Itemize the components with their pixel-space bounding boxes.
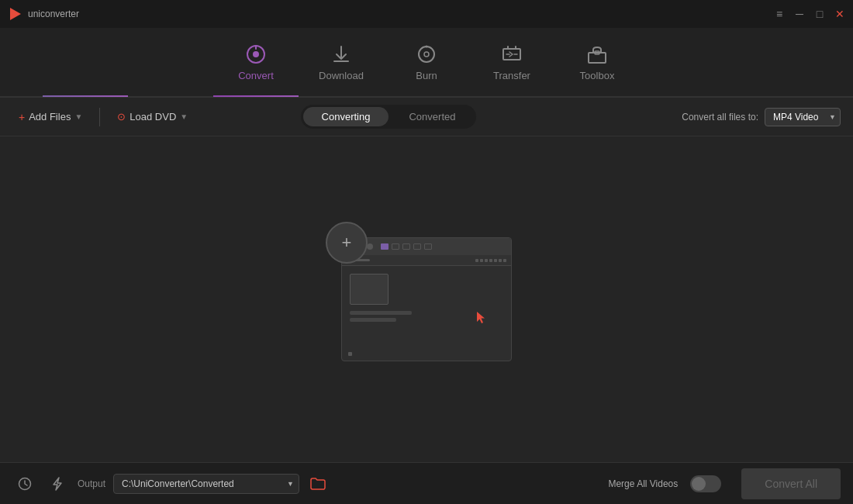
title-bar-controls: ≡ ─ □ ✕ [774,9,845,19]
title-bar-left: uniconverter [8,6,79,22]
nav-item-download[interactable]: Download [299,27,384,97]
boost-button[interactable] [45,471,70,496]
window-tab-2 [402,243,410,250]
window-tab-3 [413,243,421,250]
app-name: uniconverter [28,9,79,19]
strip-dot-5 [494,259,497,262]
svg-point-4 [424,52,429,57]
close-button[interactable]: ✕ [834,9,845,19]
strip-dot-6 [499,259,502,262]
window-max-dot [367,243,373,250]
load-dvd-dropdown-icon: ▼ [180,112,188,121]
nav-label-transfer: Transfer [493,70,530,81]
output-label: Output [78,478,105,489]
strip-dot-4 [489,259,492,262]
tab-converting[interactable]: Converting [303,107,389,126]
format-select[interactable]: MP4 Video MOV Video AVI Video MKV Video … [765,108,841,126]
nav-label-download: Download [319,70,364,81]
load-dvd-icon: ⊙ [117,111,126,123]
nav-label-convert: Convert [238,70,274,81]
burn-icon [416,43,437,65]
toolbar: + Add Files ▼ ⊙ Load DVD ▼ Converting Co… [0,98,853,136]
maximize-button[interactable]: □ [814,9,825,19]
text-line-1 [350,311,412,315]
nav-item-burn[interactable]: Burn [384,27,469,97]
tab-group: Converting Converted [301,105,477,129]
app-logo [8,6,23,22]
load-dvd-label: Load DVD [130,111,176,123]
output-path-select[interactable]: C:\UniConverter\Converted [113,474,299,494]
svg-point-5 [426,45,428,47]
toolbar-divider-1 [99,108,100,126]
strip-dot-3 [485,259,488,262]
text-line-2 [350,318,396,322]
history-button[interactable] [12,471,37,496]
tab-converted[interactable]: Converted [390,107,474,126]
bottom-bar: Output C:\UniConverter\Converted Merge A… [0,462,853,504]
top-nav: Convert Download Burn [0,28,853,98]
window-tab-4 [424,243,432,250]
transfer-icon [501,43,523,65]
main-content: + [0,136,853,462]
window-mockup [341,237,512,361]
nav-label-toolbox: Toolbox [580,70,615,81]
strip-dot-2 [480,259,483,262]
download-icon [330,43,352,65]
merge-all-videos-toggle[interactable] [690,475,721,492]
nav-item-convert[interactable]: Convert [213,27,299,97]
title-bar: uniconverter ≡ ─ □ ✕ [0,0,853,28]
svg-point-3 [419,47,434,62]
window-preview [350,274,389,305]
add-files-label: Add Files [29,111,71,123]
load-dvd-button[interactable]: ⊙ Load DVD ▼ [111,107,194,126]
window-tab-1 [392,243,399,250]
drop-illustration[interactable]: + [341,237,512,361]
format-select-wrapper: MP4 Video MOV Video AVI Video MKV Video … [765,108,841,126]
add-files-button[interactable]: + Add Files ▼ [12,107,88,127]
nav-label-burn: Burn [416,70,437,81]
convert-all-to: Convert all files to: MP4 Video MOV Vide… [682,108,841,126]
merge-all-videos-label: Merge All Videos [608,478,678,489]
add-files-dropdown-icon: ▼ [74,112,82,121]
nav-active-indicator [43,95,128,97]
open-folder-button[interactable] [307,473,329,495]
plus-icon: + [342,233,352,253]
window-strip [342,255,511,266]
nav-item-toolbox[interactable]: Toolbox [554,27,640,97]
strip-dots [475,259,506,262]
strip-dot-7 [503,259,506,262]
nav-item-transfer[interactable]: Transfer [469,27,554,97]
window-bottom-dot [348,352,352,356]
toolbox-icon [586,43,608,65]
window-tab-active [381,243,389,250]
svg-point-2 [253,51,259,57]
cursor-icon [475,310,488,330]
add-files-icon: + [19,111,25,123]
minimize-button[interactable]: ─ [794,9,805,19]
convert-all-to-label: Convert all files to: [682,112,758,123]
convert-all-button[interactable]: Convert All [741,468,841,499]
convert-icon [245,43,267,65]
menu-button[interactable]: ≡ [774,9,785,19]
output-path-wrapper: C:\UniConverter\Converted [113,474,299,494]
add-files-circle[interactable]: + [326,222,368,264]
svg-marker-0 [10,8,21,20]
strip-dot-1 [475,259,478,262]
